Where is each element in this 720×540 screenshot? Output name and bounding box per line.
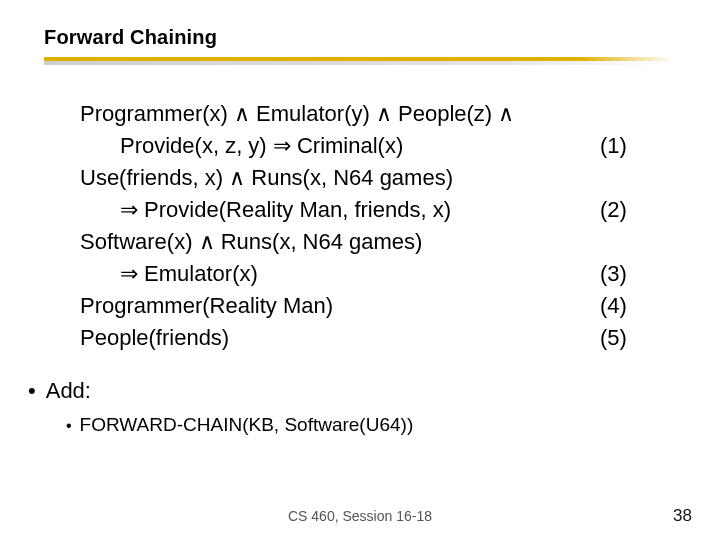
- add-label: Add:: [46, 378, 91, 404]
- footer-text: CS 460, Session 16-18: [0, 508, 720, 524]
- title-underline: [44, 53, 674, 67]
- rule-3-line-2: ⇒ Emulator(x): [80, 258, 590, 290]
- rule-2-line-1: Use(friends, x) ∧ Runs(x, N64 games): [80, 162, 640, 194]
- rule-5: People(friends): [80, 322, 590, 354]
- rule-1-line-1: Programmer(x) ∧ Emulator(y) ∧ People(z) …: [80, 98, 640, 130]
- rule-2-line-2: ⇒ Provide(Reality Man, friends, x): [80, 194, 590, 226]
- add-block: • Add: • FORWARD-CHAIN(KB, Software(U64)…: [28, 378, 413, 436]
- slide-title: Forward Chaining: [44, 26, 644, 49]
- rule-1-number: (1): [590, 130, 640, 162]
- rules-block: Programmer(x) ∧ Emulator(y) ∧ People(z) …: [80, 98, 640, 354]
- rule-4: Programmer(Reality Man): [80, 290, 590, 322]
- rule-1-line-2: Provide(x, z, y) ⇒ Criminal(x): [80, 130, 590, 162]
- rule-4-number: (4): [590, 290, 640, 322]
- page-number: 38: [673, 506, 692, 526]
- bullet-icon: •: [28, 380, 36, 402]
- sub-bullet-icon: •: [66, 417, 72, 435]
- rule-2-number: (2): [590, 194, 640, 226]
- rule-3-number: (3): [590, 258, 640, 290]
- add-sub: FORWARD-CHAIN(KB, Software(U64)): [80, 414, 414, 436]
- rule-5-number: (5): [590, 322, 640, 354]
- rule-3-line-1: Software(x) ∧ Runs(x, N64 games): [80, 226, 640, 258]
